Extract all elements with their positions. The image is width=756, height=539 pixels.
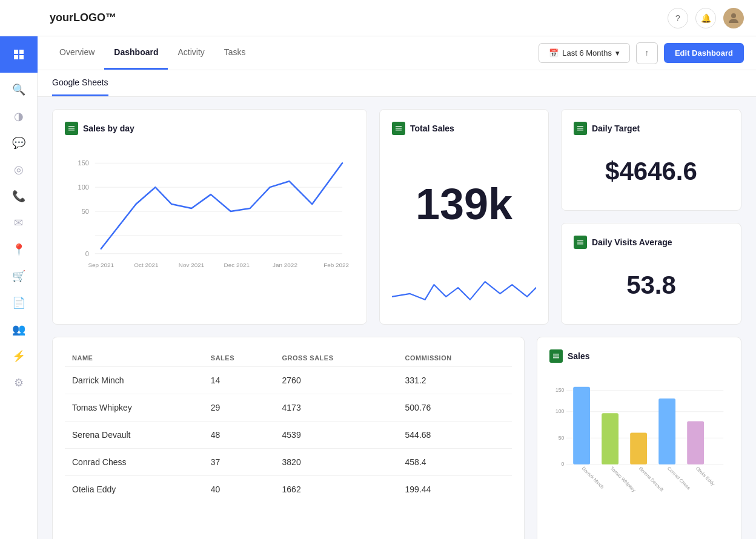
svg-rect-7 [68,128,75,129]
share-icon: ↑ [645,48,649,58]
table-cell-gross_sales: 1662 [275,476,398,503]
sidebar-logo-area [0,0,38,36]
top-cards-row: Sales by day 150 100 50 0 [52,109,741,325]
users-icon[interactable]: 👥 [7,317,31,342]
main-area: yourLOGO™ ? 🔔 Overview Dashboard Activit… [38,0,756,539]
sheets-icon-3 [574,122,587,135]
svg-text:Serena Devault: Serena Devault [638,466,665,493]
table-cell-commission: 544.68 [398,422,512,449]
sales-table: NAME SALES GROSS SALES COMMISSION Darric… [65,349,512,503]
daily-visits-title: Daily Visits Average [574,236,729,249]
eye-icon[interactable]: ◎ [7,157,31,182]
svg-rect-29 [577,126,583,127]
nav-tabs: Overview Dashboard Activity Tasks 📅 Last… [38,36,756,70]
svg-text:Feb 2022: Feb 2022 [323,262,349,268]
svg-rect-0 [14,50,18,54]
table-cell-name: Tomas Whipkey [65,394,204,422]
svg-rect-56 [687,421,704,464]
svg-rect-35 [577,243,583,245]
svg-text:Jan 2022: Jan 2022 [273,262,297,268]
svg-rect-27 [396,130,402,131]
doc-icon[interactable]: 📄 [7,291,31,315]
location-icon[interactable]: 📍 [7,237,31,262]
svg-rect-37 [553,354,559,355]
svg-rect-1 [19,50,24,54]
tab-dashboard[interactable]: Dashboard [104,36,168,70]
table-cell-gross_sales: 4539 [275,422,398,449]
table-row: Conrad Chess373820458.4 [65,449,512,476]
date-filter-button[interactable]: 📅 Last 6 Months ▾ [539,43,630,63]
svg-rect-34 [577,242,583,243]
svg-rect-52 [630,433,647,465]
table-cell-sales: 40 [204,476,275,503]
edit-dashboard-button[interactable]: Edit Dashboard [664,43,744,63]
plug-icon[interactable]: ⚡ [7,344,31,368]
chevron-down-icon: ▾ [615,48,620,58]
bottom-row: NAME SALES GROSS SALES COMMISSION Darric… [52,337,741,539]
sheets-icon-5 [549,349,563,363]
table-cell-sales: 14 [204,367,275,394]
subnav-google-sheets[interactable]: Google Sheets [52,70,108,96]
notification-button[interactable]: 🔔 [695,8,716,28]
daily-target-value: $4646.6 [574,145,729,198]
calendar-icon: 📅 [549,48,559,58]
svg-text:150: 150 [555,387,565,393]
svg-text:Oct 2021: Oct 2021 [134,262,159,268]
svg-rect-54 [658,398,675,465]
sales-by-day-title: Sales by day [65,122,354,135]
svg-rect-38 [553,355,559,357]
svg-text:0: 0 [85,250,89,257]
sales-bar-chart: 150 100 50 0 Darrick MinchTomas WhipkeyS… [549,372,729,530]
email-icon[interactable]: ✉ [7,211,31,235]
col-sales: SALES [204,349,275,367]
svg-rect-3 [19,55,24,59]
settings-icon[interactable]: ⚙ [7,371,31,395]
col-commission: COMMISSION [398,349,512,367]
share-button[interactable]: ↑ [636,42,658,64]
sub-nav: Google Sheets [38,70,756,97]
table-cell-commission: 458.4 [398,449,512,476]
table-row: Tomas Whipkey294173500.76 [65,394,512,422]
cart-icon[interactable]: 🛒 [7,264,31,288]
tab-overview[interactable]: Overview [50,36,104,70]
svg-text:Dec 2021: Dec 2021 [224,262,250,268]
svg-rect-26 [396,128,402,129]
table-cell-commission: 331.2 [398,367,512,394]
total-sales-sparkline [392,263,536,312]
table-cell-name: Otelia Eddy [65,476,204,503]
sidebar: 🔍 ◑ 💬 ◎ 📞 ✉ 📍 🛒 📄 👥 ⚡ ⚙ [0,0,38,539]
user-avatar[interactable] [723,8,744,28]
svg-text:0: 0 [562,461,565,467]
tab-tasks[interactable]: Tasks [214,36,256,70]
date-filter-label: Last 6 Months [562,48,612,58]
svg-rect-25 [396,126,402,127]
content-area: Overview Dashboard Activity Tasks 📅 Last… [38,36,756,539]
table-row: Serena Devault484539544.68 [65,422,512,449]
table-row: Otelia Eddy401662199.44 [65,476,512,503]
sales-by-day-chart: 150 100 50 0 Sep 2021 Oct 2021 Nov 2021 … [65,145,354,278]
tab-actions: 📅 Last 6 Months ▾ ↑ Edit Dashboard [539,42,744,64]
table-cell-sales: 37 [204,449,275,476]
help-button[interactable]: ? [668,8,688,28]
sidebar-home-btn[interactable] [0,36,38,73]
table-cell-commission: 500.76 [398,394,512,422]
svg-point-4 [731,13,736,18]
svg-text:50: 50 [559,435,565,441]
table-cell-name: Darrick Minch [65,367,204,394]
chart-icon[interactable]: ◑ [7,104,31,128]
svg-rect-31 [577,130,583,131]
sheets-icon-4 [574,236,587,249]
search-icon[interactable]: 🔍 [7,78,31,102]
metric-col: Daily Target $4646.6 Daily Visits Averag… [561,109,741,325]
svg-text:100: 100 [78,184,89,191]
tab-activity[interactable]: Activity [168,36,214,70]
col-name: NAME [65,349,204,367]
svg-text:Tomas Whipkey: Tomas Whipkey [609,466,637,493]
daily-visits-card: Daily Visits Average 53.8 [561,223,741,325]
svg-text:Darrick Minch: Darrick Minch [581,466,605,490]
daily-visits-value: 53.8 [574,259,729,312]
sales-by-day-card: Sales by day 150 100 50 0 [52,109,367,325]
app-logo: yourLOGO™ [50,12,116,24]
phone-icon[interactable]: 📞 [7,184,31,208]
chat-icon[interactable]: 💬 [7,131,31,155]
